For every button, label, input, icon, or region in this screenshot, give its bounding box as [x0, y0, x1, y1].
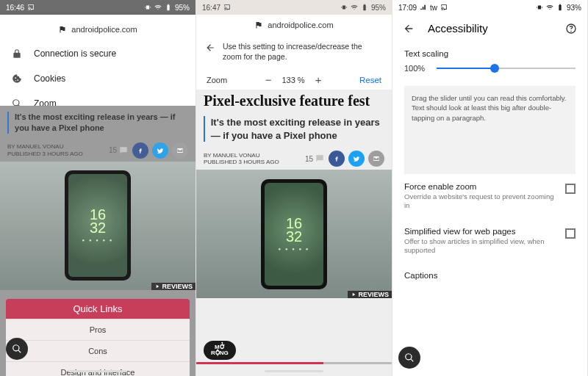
vibrate-icon	[144, 4, 151, 11]
checkbox[interactable]	[565, 228, 576, 239]
comment-count[interactable]: 15	[305, 153, 325, 164]
wifi-icon	[351, 4, 358, 11]
flag-icon	[58, 25, 67, 34]
back-icon[interactable]	[403, 23, 415, 35]
chat-icon	[118, 145, 129, 156]
quick-link-item[interactable]: Cons	[6, 340, 190, 361]
search-icon	[12, 344, 22, 354]
sample-text-box: Drag the slider until you can read this …	[404, 86, 576, 174]
zoom-controls: Zoom − 133 % + Reset	[196, 69, 392, 90]
article-author: BY MANUEL VONAU	[204, 152, 279, 159]
cast-icon	[440, 4, 448, 11]
comment-count[interactable]: 15	[109, 145, 129, 156]
pane-accessibility: 17:09tw 93% Accessibility Text scaling 1…	[392, 0, 588, 376]
menu-cookies[interactable]: Cookies	[0, 66, 196, 91]
cast-icon	[223, 4, 231, 11]
zoom-reset-button[interactable]: Reset	[359, 76, 381, 84]
status-battery: 95%	[371, 4, 386, 12]
wifi-icon	[154, 4, 162, 11]
zoom-value: 133 %	[282, 76, 304, 84]
share-facebook[interactable]	[132, 142, 148, 159]
status-time: 16:46	[6, 4, 24, 12]
status-bar: 17:09tw 93%	[392, 0, 587, 15]
status-bar: 16:46 95%	[0, 0, 196, 15]
article-published: PUBLISHED 3 HOURS AGO	[7, 151, 83, 158]
play-icon	[154, 283, 160, 289]
nav-handle[interactable]	[68, 370, 127, 372]
vibrate-icon	[536, 4, 543, 11]
zoom-label: Zoom	[207, 76, 227, 84]
share-email[interactable]	[172, 142, 188, 159]
dimmed-page: It's the most exciting release in years …	[0, 106, 196, 376]
zoom-fab[interactable]	[6, 338, 28, 360]
hero-tag: REVIEWS	[151, 283, 196, 290]
back-icon[interactable]	[205, 43, 215, 53]
battery-icon	[556, 4, 564, 11]
page-title: Accessibility	[428, 22, 552, 35]
accent-bar	[7, 112, 9, 134]
article-title: Pixel-exclusive feature fest	[196, 90, 392, 110]
expand-pill[interactable]: MỞ RỘNG	[204, 341, 236, 360]
phone-mock: 1632● ● ● ● ●	[65, 170, 131, 281]
setting-force-zoom[interactable]: Force enable zoomOverride a website's re…	[392, 174, 587, 219]
vibrate-icon	[340, 4, 348, 11]
checkbox[interactable]	[565, 184, 576, 194]
lock-icon	[12, 48, 22, 59]
battery-icon	[165, 4, 172, 11]
status-carrier: tw	[430, 4, 437, 12]
status-time: 17:09	[398, 4, 417, 12]
article-published: PUBLISHED 3 HOURS AGO	[204, 159, 279, 166]
article-author: BY MANUEL VONAU	[7, 143, 83, 151]
progress-bar	[196, 362, 392, 364]
chat-icon	[315, 153, 325, 164]
text-scaling-section: Text scaling 100%	[392, 42, 587, 83]
share-facebook[interactable]	[329, 151, 345, 167]
article-subtitle: It's the most exciting release in years …	[15, 112, 188, 134]
hero-image: 1632● ● ● ● ● REVIEWS	[196, 170, 392, 298]
text-scaling-label: Text scaling	[404, 49, 576, 58]
share-twitter[interactable]	[348, 151, 365, 167]
site-info-popup: androidpolice.com Connection is secure C…	[0, 15, 196, 120]
share-email[interactable]	[368, 151, 384, 167]
hero-tag: REVIEWS	[348, 291, 392, 298]
cast-icon	[27, 4, 35, 11]
status-battery: 93%	[567, 4, 581, 12]
setting-simplified-view[interactable]: Simplified view for web pagesOffer to sh…	[392, 219, 587, 264]
nav-handle[interactable]	[265, 370, 323, 372]
zoom-hint: Use this setting to increase/decrease th…	[196, 37, 392, 69]
setting-captions[interactable]: Captions	[392, 263, 587, 289]
quick-link-item[interactable]: Pros	[6, 319, 190, 340]
wifi-icon	[546, 4, 553, 11]
article-subtitle: It's the most exciting release in years …	[211, 116, 384, 142]
hero-image: 1632● ● ● ● ● REVIEWS	[0, 162, 196, 290]
flag-icon	[254, 21, 263, 29]
text-scaling-value: 100%	[404, 64, 429, 73]
zoom-in-button[interactable]: +	[315, 73, 322, 86]
cookie-icon	[12, 73, 22, 84]
status-bar: 16:47 95%	[196, 0, 392, 15]
share-twitter[interactable]	[152, 142, 168, 159]
zoom-out-button[interactable]: −	[265, 73, 272, 86]
quick-link-item[interactable]: Design and interface	[6, 361, 190, 376]
help-icon[interactable]	[565, 23, 577, 35]
quick-links: Quick Links Pros Cons Design and interfa…	[6, 299, 190, 376]
quick-links-title: Quick Links	[6, 299, 190, 319]
menu-connection-secure[interactable]: Connection is secure	[0, 41, 196, 66]
site-url: androidpolice.com	[0, 19, 196, 41]
battery-icon	[361, 4, 368, 11]
pane-site-info: 16:46 95% androidpolice.com Connection i…	[0, 0, 196, 376]
text-scaling-slider[interactable]	[437, 61, 576, 76]
signal-icon	[420, 4, 427, 11]
zoom-fab[interactable]	[398, 347, 420, 369]
site-url: androidpolice.com	[196, 15, 392, 37]
accent-bar	[204, 116, 205, 142]
slider-thumb[interactable]	[490, 64, 499, 73]
phone-mock: 1632● ● ● ● ●	[261, 179, 327, 289]
page-header: Accessibility	[392, 15, 587, 42]
status-battery: 95%	[175, 4, 190, 12]
status-time: 16:47	[202, 4, 220, 12]
search-icon	[404, 352, 415, 363]
play-icon	[351, 292, 356, 297]
pane-zoom-control: 16:47 95% androidpolice.com Use this set…	[196, 0, 392, 376]
